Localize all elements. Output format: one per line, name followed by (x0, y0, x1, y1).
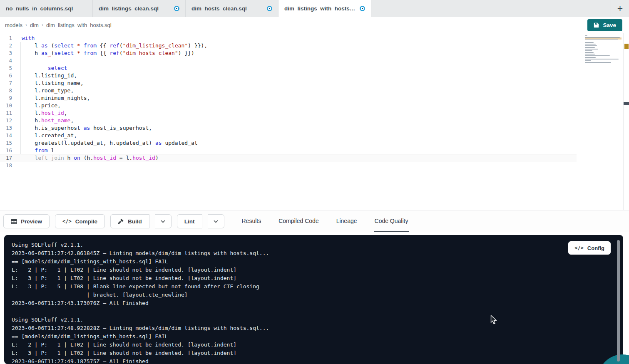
minimap[interactable] (585, 35, 622, 65)
preview-button-label: Preview (21, 218, 42, 225)
scrollbar-thumb[interactable] (624, 102, 629, 105)
terminal-scrollbar[interactable] (617, 240, 620, 362)
file-tab[interactable]: dim_listings_with_hosts.sql (278, 0, 371, 17)
panel-tab-bar: ResultsCompiled CodeLineageCode Quality (241, 210, 409, 232)
compile-button-label: Compile (75, 218, 97, 225)
line-number: 13 (0, 124, 19, 132)
code-line[interactable]: 8 l.room_type, (0, 87, 577, 94)
panel-tab-code-quality[interactable]: Code Quality (374, 210, 409, 232)
overview-ruler[interactable] (623, 33, 629, 210)
panel-tab-compiled-code[interactable]: Compiled Code (278, 210, 320, 232)
code-line[interactable]: 16 from l (0, 147, 577, 154)
breadcrumb-item[interactable]: dim (30, 22, 39, 28)
code-line[interactable]: 12 h.host_name, (0, 117, 577, 124)
minimap-line (585, 45, 597, 46)
line-number: 10 (0, 102, 19, 109)
line-number: 15 (0, 139, 19, 147)
code-text: l.listing_id, (19, 72, 77, 79)
preview-button[interactable]: Preview (3, 214, 50, 228)
minimap-line (585, 49, 598, 50)
code-line[interactable]: 11 l.host_id, (0, 109, 577, 117)
code-line[interactable]: 10 l.price, (0, 102, 577, 109)
code-line[interactable]: 1with (0, 35, 577, 42)
code-text: greatest(l.updated_at, h.updated_at) as … (19, 139, 198, 147)
minimap-line (585, 47, 595, 48)
file-tab[interactable]: dim_listings_clean.sql (93, 0, 186, 17)
code-text: left join h on (h.host_id = l.host_id) (19, 154, 159, 162)
terminal-line (12, 307, 623, 316)
code-line[interactable]: 2 l as (select * from {{ ref("dim_listin… (0, 42, 577, 50)
line-number: 14 (0, 132, 19, 139)
warning-marker (624, 44, 629, 49)
terminal-line: | bracket. [layout.cte_newline] (12, 291, 623, 299)
panel-tab-results[interactable]: Results (241, 210, 262, 232)
code-text: select (19, 64, 67, 72)
code-line[interactable]: 7 l.listing_name, (0, 79, 577, 87)
terminal-line: Using SQLFluff v2.1.1. (12, 241, 623, 249)
code-line[interactable]: 18 (0, 162, 577, 169)
line-number: 17 (0, 154, 19, 162)
code-text: l.minimum_nights, (19, 94, 90, 102)
minimap-line (585, 54, 595, 54)
config-button[interactable]: </> Config (568, 241, 611, 255)
breadcrumb: models›dim›dim_listings_with_hosts.sql (5, 22, 112, 28)
compile-button[interactable]: </> Compile (55, 214, 105, 228)
minimap-line (585, 39, 618, 40)
build-button[interactable]: Build (110, 214, 149, 228)
code-line[interactable]: 4 (0, 57, 577, 64)
save-button[interactable]: Save (587, 19, 622, 31)
terminal-output[interactable]: Using SQLFluff v2.1.1.2023-06-06T11:27:4… (4, 235, 623, 364)
code-text: l.created_at, (19, 132, 77, 139)
action-toolbar: Preview </> Compile Build Lint ResultsCo… (0, 210, 629, 232)
line-number: 8 (0, 87, 19, 94)
code-line[interactable]: 15 greatest(l.updated_at, h.updated_at) … (0, 139, 577, 147)
minimap-line (585, 55, 610, 56)
file-tab[interactable]: dim_hosts_clean.sql (186, 0, 278, 17)
line-number: 7 (0, 79, 19, 87)
code-editor[interactable]: 1with2 l as (select * from {{ ref("dim_l… (0, 33, 629, 210)
chevron-down-icon (213, 219, 219, 224)
terminal-line: == [models/dim/dim_listings_with_hosts.s… (12, 258, 623, 266)
file-tab-bar: no_nulls_in_columns.sqldim_listings_clea… (0, 0, 629, 17)
code-line-current[interactable]: 17 left join h on (h.host_id = l.host_id… (0, 154, 577, 162)
lint-button[interactable]: Lint (177, 214, 202, 228)
line-number: 12 (0, 117, 19, 124)
code-line[interactable]: 3 h as (select * from {{ ref("dim_hosts_… (0, 50, 577, 57)
chevron-right-icon: › (42, 22, 43, 28)
terminal-line: 2023-06-06T11:27:48.922828Z — Linting mo… (12, 324, 623, 332)
minimap-line (585, 59, 619, 59)
code-text: l.room_type, (19, 87, 74, 94)
terminal-line: L: 2 | P: 1 | LT02 | Line should not be … (12, 266, 623, 274)
code-line[interactable]: 9 l.minimum_nights, (0, 94, 577, 102)
minimap-line (585, 52, 594, 53)
terminal-line: L: 3 | P: 1 | LT02 | Line should not be … (12, 349, 623, 357)
code-line[interactable]: 13 h.is_superhost as host_is_superhost, (0, 124, 577, 132)
unsaved-changes-icon (174, 6, 179, 11)
code-text: h.host_name, (19, 117, 74, 124)
file-tab[interactable]: no_nulls_in_columns.sql (0, 0, 93, 17)
new-tab-button[interactable]: + (611, 0, 629, 17)
breadcrumb-item[interactable]: models (5, 22, 22, 28)
minimap-line (585, 50, 592, 51)
panel-tab-lineage[interactable]: Lineage (336, 210, 358, 232)
lint-dropdown-button[interactable] (208, 214, 224, 228)
file-tab-label: dim_listings_with_hosts.sql (284, 5, 356, 12)
line-number: 3 (0, 50, 19, 57)
preview-icon (11, 218, 17, 225)
minimap-line (585, 60, 591, 61)
code-line[interactable]: 14 l.created_at, (0, 132, 577, 139)
code-line[interactable]: 5 select (0, 64, 577, 72)
code-text: from l (19, 147, 54, 154)
code-text: l.listing_name, (19, 79, 84, 87)
terminal-line: == [models/dim/dim_listings_with_hosts.s… (12, 332, 623, 341)
save-icon (594, 22, 599, 28)
code-text (19, 162, 22, 169)
code-line[interactable]: 6 l.listing_id, (0, 72, 577, 79)
breadcrumb-item[interactable]: dim_listings_with_hosts.sql (46, 22, 112, 28)
build-dropdown-button[interactable] (155, 214, 172, 228)
build-button-label: Build (128, 218, 142, 225)
lint-button-label: Lint (184, 218, 195, 225)
code-text: l.price, (19, 102, 61, 109)
code-brackets-icon: </> (574, 245, 584, 251)
unsaved-changes-icon (360, 6, 365, 11)
